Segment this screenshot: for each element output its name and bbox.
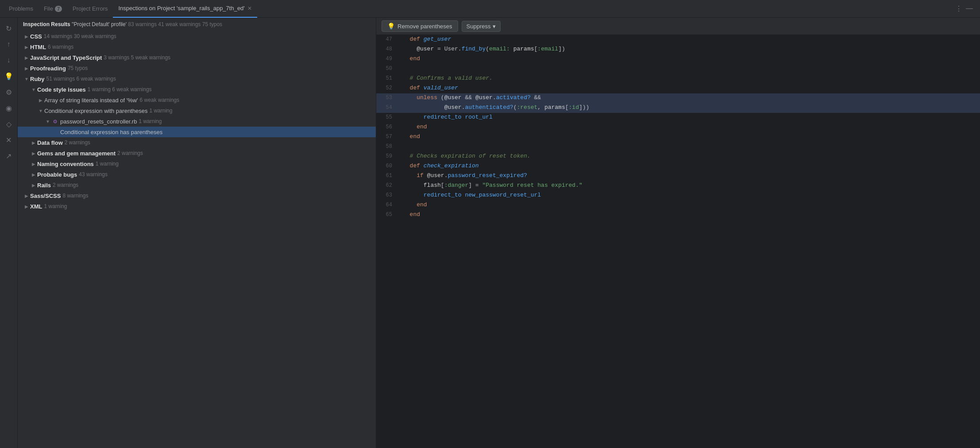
line-content: end	[399, 123, 980, 132]
probable-bugs-arrow-icon	[30, 171, 37, 178]
line-content: # Confirms a valid user.	[399, 74, 980, 83]
line-content: unless (@user && @user.activated? &&	[399, 93, 980, 103]
line-number: 57	[376, 132, 399, 141]
tree-item-code-style[interactable]: Code style issues 1 warning 6 weak warni…	[18, 84, 376, 95]
cond-parens-arrow-icon	[37, 107, 44, 114]
down-icon[interactable]: ↓	[2, 53, 16, 67]
line-number: 50	[376, 64, 399, 73]
line-content: @user = User.find_by(email: params[:emai…	[399, 45, 980, 54]
tree-item-array-literals[interactable]: Array of string literals instead of '%w'…	[18, 95, 376, 105]
js-arrow-icon	[23, 54, 30, 61]
code-line-47: 47 def get_user	[376, 35, 980, 45]
line-number: 47	[376, 35, 399, 44]
tree-item-sass-scss[interactable]: Sass/SCSS 8 warnings	[18, 190, 376, 201]
tree-profile: ''Project Default' profile'	[72, 21, 127, 27]
line-number: 60	[376, 162, 399, 170]
code-toolbar: 💡 Remove parentheses Suppress ▾	[376, 18, 980, 35]
tree-item-js-ts[interactable]: JavaScript and TypeScript 3 warnings 5 w…	[18, 52, 376, 63]
tree-item-rails[interactable]: Rails 2 warnings	[18, 180, 376, 190]
tree-panel: Inspection Results ''Project Default' pr…	[18, 18, 376, 448]
code-line-56: 56 end	[376, 123, 980, 132]
tab-file[interactable]: File 7	[39, 0, 67, 18]
tree-item-data-flow[interactable]: Data flow 2 warnings	[18, 137, 376, 148]
suppress-label: Suppress	[467, 23, 491, 30]
export-icon[interactable]: ↗	[2, 149, 16, 163]
settings-icon[interactable]: ⚙	[2, 85, 16, 99]
line-content: end	[399, 201, 980, 210]
code-line-57: 57 end	[376, 132, 980, 142]
code-line-59: 59 # Checks expiration of reset token.	[376, 152, 980, 162]
line-number: 64	[376, 201, 399, 209]
line-content: def get_user	[399, 35, 980, 44]
refresh-icon[interactable]: ↻	[2, 21, 16, 35]
tab-project-errors[interactable]: Project Errors	[67, 0, 113, 18]
tab-problems[interactable]: Problems	[4, 0, 39, 18]
tree-item-ruby[interactable]: Ruby 51 warnings 6 weak warnings	[18, 73, 376, 84]
line-number: 63	[376, 191, 399, 200]
line-content: redirect_to new_password_reset_url	[399, 191, 980, 200]
file-icon: ⊙	[51, 118, 58, 125]
password-resets-arrow-icon	[44, 118, 51, 125]
tree-item-naming[interactable]: Naming conventions 1 warning	[18, 158, 376, 169]
suppress-dropdown-icon: ▾	[493, 23, 496, 30]
bulb-icon[interactable]: 💡	[2, 69, 16, 83]
tree-item-conditional-parens[interactable]: Conditional expression with parentheses …	[18, 105, 376, 116]
suppress-button[interactable]: Suppress ▾	[462, 21, 501, 32]
tree-item-gems[interactable]: Gems and gem management 2 warnings	[18, 148, 376, 158]
line-content: redirect_to root_url	[399, 113, 980, 122]
code-line-52: 52 def valid_user	[376, 84, 980, 93]
line-content: flash[:danger] = "Password reset has exp…	[399, 181, 980, 190]
line-number: 62	[376, 181, 399, 190]
line-content: def valid_user	[399, 84, 980, 93]
tree-header: Inspection Results ''Project Default' pr…	[18, 18, 376, 31]
proofreading-arrow-icon	[23, 65, 30, 72]
line-content: @user.authenticated?(:reset, params[:id]…	[399, 103, 980, 112]
rails-arrow-icon	[30, 182, 37, 189]
tree-title: Inspection Results	[23, 21, 70, 27]
data-flow-arrow-icon	[30, 139, 37, 146]
fix-button[interactable]: 💡 Remove parentheses	[382, 20, 458, 32]
code-editor[interactable]: 47 def get_user 48 @user = User.find_by(…	[376, 35, 980, 448]
sidebar-icons: ↻ ↑ ↓ 💡 ⚙ ◉ ◇ ✕ ↗	[0, 18, 18, 448]
gems-arrow-icon	[30, 150, 37, 157]
line-content: end	[399, 54, 980, 64]
ruby-arrow-icon	[23, 75, 30, 82]
tree-item-probable-bugs[interactable]: Probable bugs 43 warnings	[18, 169, 376, 180]
code-line-61: 61 if @user.password_reset_expired?	[376, 171, 980, 181]
tab-inspections[interactable]: Inspections on Project 'sample_rails_app…	[113, 0, 257, 18]
array-literals-arrow-icon	[37, 97, 44, 104]
tab-bar-actions: ⋮ —	[955, 4, 976, 13]
code-line-58: 58	[376, 142, 980, 152]
tree-item-css[interactable]: CSS 14 warnings 30 weak warnings	[18, 31, 376, 42]
code-line-51: 51 # Confirms a valid user.	[376, 74, 980, 84]
tree-item-xml[interactable]: XML 1 warning	[18, 201, 376, 212]
code-line-50: 50	[376, 64, 980, 74]
tree-item-cond-expr-warn[interactable]: Conditional expression has parentheses	[18, 127, 376, 137]
eye-icon[interactable]: ◉	[2, 101, 16, 115]
code-line-54: 54 @user.authenticated?(:reset, params[:…	[376, 103, 980, 113]
code-panel: 💡 Remove parentheses Suppress ▾ 47 def g…	[376, 18, 980, 448]
close-tab-icon[interactable]: ✕	[247, 5, 252, 12]
tree-item-html[interactable]: HTML 6 warnings	[18, 42, 376, 52]
code-line-64: 64 end	[376, 201, 980, 210]
minimize-icon[interactable]: —	[966, 4, 973, 13]
fix-label: Remove parentheses	[397, 23, 452, 30]
line-number: 54	[376, 103, 399, 112]
line-number: 52	[376, 84, 399, 93]
line-number: 49	[376, 54, 399, 63]
more-options-icon[interactable]: ⋮	[955, 4, 962, 13]
line-number: 61	[376, 171, 399, 180]
tree-item-password-resets[interactable]: ⊙ password_resets_controller.rb 1 warnin…	[18, 116, 376, 127]
code-style-arrow-icon	[30, 86, 37, 93]
file-badge: 7	[55, 6, 62, 12]
line-number: 55	[376, 113, 399, 122]
close-icon[interactable]: ✕	[2, 133, 16, 147]
tree-item-proofreading[interactable]: Proofreading 75 typos	[18, 63, 376, 73]
css-arrow-icon	[23, 33, 30, 40]
code-line-48: 48 @user = User.find_by(email: params[:e…	[376, 45, 980, 54]
scope-icon[interactable]: ◇	[2, 117, 16, 131]
line-number: 51	[376, 74, 399, 83]
up-icon[interactable]: ↑	[2, 37, 16, 51]
line-number: 65	[376, 210, 399, 219]
code-line-63: 63 redirect_to new_password_reset_url	[376, 191, 980, 201]
